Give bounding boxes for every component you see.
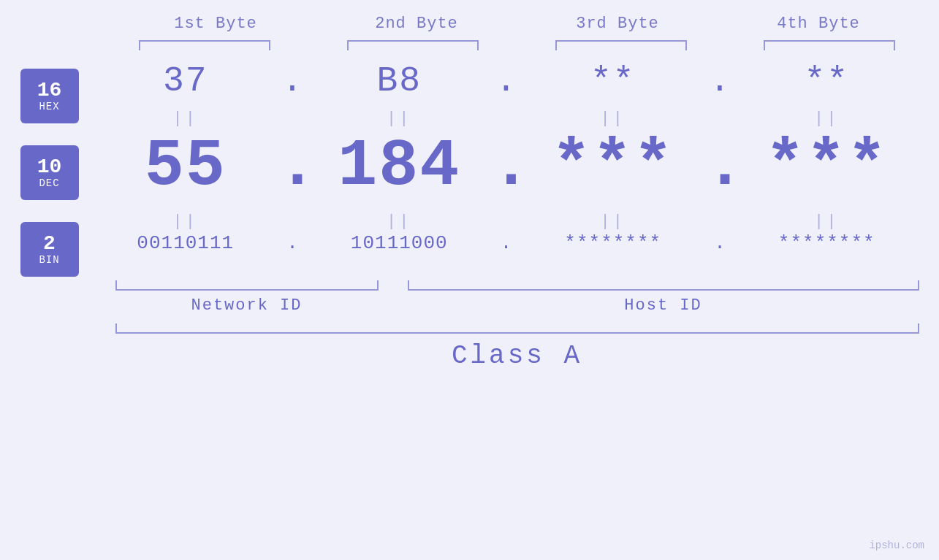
badge-column: 16 HEX 10 DEC 2 BIN xyxy=(20,69,79,277)
bottom-brackets-row xyxy=(115,280,919,291)
bin-val-1: 00110111 xyxy=(94,232,278,254)
bracket-cell-3 xyxy=(532,40,711,50)
hex-val-3: ** xyxy=(521,61,706,101)
class-label: Class A xyxy=(115,341,919,371)
hex-badge: 16 HEX xyxy=(20,69,79,123)
byte-headers-row: 1st Byte 2nd Byte 3rd Byte 4th Byte xyxy=(115,15,919,33)
top-bracket-3 xyxy=(555,40,687,50)
host-id-bracket xyxy=(408,280,919,291)
byte-header-2: 2nd Byte xyxy=(316,15,517,33)
host-id-spacer xyxy=(379,296,408,315)
dec-dot-2: . xyxy=(492,129,521,204)
byte-header-4: 4th Byte xyxy=(718,15,919,33)
sep-2-2: || xyxy=(307,212,492,231)
hex-val-2: B8 xyxy=(307,61,492,101)
dec-val-2: 184 xyxy=(307,129,492,204)
hex-dot-2: . xyxy=(492,61,521,101)
sep-2-4: || xyxy=(734,212,919,231)
dec-dot-1: . xyxy=(278,129,307,204)
sep-spacer-3 xyxy=(705,110,734,128)
dec-val-1: 55 xyxy=(94,129,278,204)
dec-val-3: *** xyxy=(521,129,706,204)
separator-row-2: || || || || xyxy=(94,212,919,231)
dec-badge-number: 10 xyxy=(37,157,62,177)
hex-val-4: ** xyxy=(734,61,919,101)
top-brackets-row xyxy=(115,40,919,50)
top-bracket-1 xyxy=(139,40,270,50)
host-id-label: Host ID xyxy=(408,296,919,315)
sep-1-3: || xyxy=(521,110,706,128)
sep2-spacer-1 xyxy=(278,212,307,231)
bracket-cell-4 xyxy=(740,40,919,50)
sep2-spacer-3 xyxy=(705,212,734,231)
dec-val-4: *** xyxy=(734,129,919,204)
hex-dot-1: . xyxy=(278,61,307,101)
bin-dot-1: . xyxy=(278,232,307,254)
sep-1-4: || xyxy=(734,110,919,128)
dec-badge: 10 DEC xyxy=(20,145,79,200)
bin-dot-3: . xyxy=(705,232,734,254)
bin-val-2: 10111000 xyxy=(307,232,492,254)
sep-1-2: || xyxy=(307,110,492,128)
bin-dot-2: . xyxy=(492,232,521,254)
bin-badge-label: BIN xyxy=(39,254,59,266)
sep-spacer-2 xyxy=(492,110,521,128)
sep-2-1: || xyxy=(94,212,278,231)
bin-val-3: ******** xyxy=(521,232,706,254)
dec-row: 55 . 184 . *** . *** xyxy=(94,129,919,204)
sep-1-1: || xyxy=(94,110,278,128)
network-id-label: Network ID xyxy=(115,296,379,315)
hex-row: 37 . B8 . ** . ** xyxy=(94,61,919,101)
dec-badge-label: DEC xyxy=(39,177,59,189)
sep-spacer-1 xyxy=(278,110,307,128)
byte-header-3: 3rd Byte xyxy=(517,15,718,33)
bin-val-4: ******** xyxy=(734,232,919,254)
sep2-spacer-2 xyxy=(492,212,521,231)
bin-badge: 2 BIN xyxy=(20,222,79,277)
bracket-cell-1 xyxy=(115,40,294,50)
hex-badge-number: 16 xyxy=(37,80,62,101)
sep-2-3: || xyxy=(521,212,706,231)
footer-text: ipshu.com xyxy=(869,540,924,551)
separator-row-1: || || || || xyxy=(94,110,919,128)
hex-dot-3: . xyxy=(705,61,734,101)
bracket-cell-2 xyxy=(324,40,503,50)
byte-header-1: 1st Byte xyxy=(115,15,316,33)
dec-dot-3: . xyxy=(705,129,734,204)
main-container: 1st Byte 2nd Byte 3rd Byte 4th Byte 16 H… xyxy=(0,0,939,560)
bin-badge-number: 2 xyxy=(43,234,56,254)
network-id-bracket xyxy=(115,280,379,291)
top-bracket-2 xyxy=(347,40,479,50)
outer-bracket xyxy=(115,323,919,334)
top-bracket-4 xyxy=(764,40,895,50)
data-rows-container: 37 . B8 . ** . ** || || || || 55 xyxy=(94,61,919,258)
main-data-area: 16 HEX 10 DEC 2 BIN 37 . B8 . ** . ** xyxy=(20,61,919,277)
outer-bracket-row xyxy=(115,323,919,334)
bin-row: 00110111 . 10111000 . ******** . *******… xyxy=(94,232,919,254)
hex-badge-label: HEX xyxy=(39,101,59,112)
hex-val-1: 37 xyxy=(94,61,278,101)
id-labels-row: Network ID Host ID xyxy=(115,296,919,315)
